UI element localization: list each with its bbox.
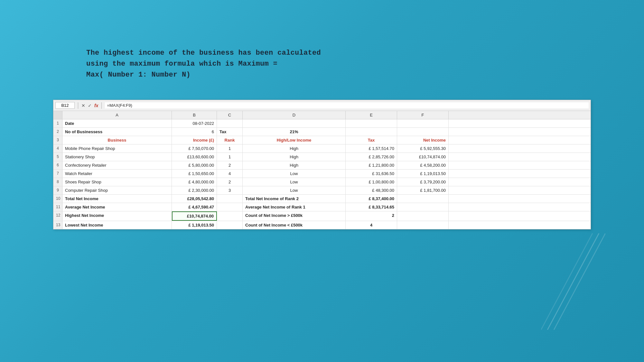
row-num: 10 — [53, 195, 62, 203]
cell-d13: Count of Net Income < £500k — [243, 221, 346, 229]
cell-b8: £ 4,80,000.00 — [172, 178, 217, 186]
cell-b4: £ 7,50,070.00 — [172, 144, 217, 153]
table-row: 10 Total Net Income £28,05,542.80 Total … — [53, 195, 591, 203]
cell-f12 — [397, 211, 449, 221]
cell-c11 — [217, 203, 243, 211]
cell-b9: £ 2,30,000.00 — [172, 186, 217, 194]
cell-c10 — [217, 195, 243, 203]
svg-line-2 — [541, 233, 593, 330]
table-row: 1 Date 08-07-2022 — [53, 119, 591, 128]
table-row: 2 No of Businessess 6 Tax 21% — [53, 128, 591, 136]
cell-c8: 2 — [217, 178, 243, 186]
cell-b6: £ 5,80,000.00 — [172, 161, 217, 169]
table-row: 6 Confectionery Retailer £ 5,80,000.00 2… — [53, 161, 591, 170]
cell-f13 — [397, 221, 449, 229]
cell-c5: 1 — [217, 153, 243, 161]
cell-d12: Count of Net Income > £500k — [243, 211, 346, 221]
cell-c13 — [217, 221, 243, 229]
cell-e12: 2 — [346, 211, 397, 221]
cell-d8: Low — [243, 178, 346, 186]
cell-d5: High — [243, 153, 346, 161]
svg-line-0 — [547, 233, 599, 330]
cell-e6: £ 1,21,800.00 — [346, 161, 397, 169]
row-num: 5 — [53, 153, 62, 161]
cell-d2: 21% — [243, 128, 346, 136]
cell-b2: 6 — [172, 128, 217, 136]
cell-f8: £ 3,79,200.00 — [397, 178, 449, 186]
description-text: The highest income of the business has b… — [86, 48, 558, 80]
cell-a3: Business — [62, 136, 172, 144]
cell-a6: Confectionery Retailer — [62, 161, 172, 169]
cell-f4: £ 5,92,555.30 — [397, 144, 449, 153]
cell-a13: Lowest Net Income — [62, 221, 172, 229]
row-num: 3 — [53, 136, 62, 144]
cell-e13: 4 — [346, 221, 397, 229]
cell-d11: Average Net Income of Rank 1 — [243, 203, 346, 211]
cell-f11 — [397, 203, 449, 211]
cell-d4: High — [243, 144, 346, 153]
cell-a2: No of Businessess — [62, 128, 172, 136]
cell-d3: High/Low Income — [243, 136, 346, 144]
table-row: 3 Business Income (£) Rank High/Low Inco… — [53, 136, 591, 144]
cell-e3: Tax — [346, 136, 397, 144]
col-header-e: E — [346, 111, 397, 119]
table-row: 8 Shoes Repair Shop £ 4,80,000.00 2 Low … — [53, 178, 591, 186]
cell-e7: £ 31,636.50 — [346, 170, 397, 178]
cell-a11: Average Net Income — [62, 203, 172, 211]
cell-e2 — [346, 128, 397, 136]
cell-reference[interactable] — [55, 102, 75, 109]
formula-bar: ✕ ✓ fx — [53, 100, 591, 111]
table-row: 12 Highest Net Income £10,74,874.00 Coun… — [53, 211, 591, 221]
cell-d10: Total Net Income of Rank 2 — [243, 195, 346, 203]
cell-a1: Date — [62, 119, 172, 127]
cell-c4: 1 — [217, 144, 243, 153]
cell-c6: 2 — [217, 161, 243, 169]
cell-e9: £ 48,300.00 — [346, 186, 397, 194]
cell-f9: £ 1,81,700.00 — [397, 186, 449, 194]
cell-f7: £ 1,19,013.50 — [397, 170, 449, 178]
cell-a4: Mobile Phone Repair Shop — [62, 144, 172, 153]
row-num: 4 — [53, 144, 62, 153]
cell-d6: High — [243, 161, 346, 169]
column-headers: A B C D E F — [53, 111, 591, 119]
col-header-f: F — [397, 111, 449, 119]
cell-f10 — [397, 195, 449, 203]
col-header-c: C — [217, 111, 243, 119]
row-num: 12 — [53, 211, 62, 221]
row-num: 8 — [53, 178, 62, 186]
spreadsheet: ✕ ✓ fx A B C D E F 1 Date 08-07-2022 2 — [53, 100, 591, 229]
fx-icon: fx — [94, 103, 98, 108]
table-row: 11 Average Net Income £ 4,67,590.47 Aver… — [53, 203, 591, 211]
table-row: 9 Computer Repair Shop £ 2,30,000.00 3 L… — [53, 186, 591, 195]
cell-e5: £ 2,85,726.00 — [346, 153, 397, 161]
cell-d7: Low — [243, 170, 346, 178]
cell-b5: £13,60,600.00 — [172, 153, 217, 161]
cell-d9: Low — [243, 186, 346, 194]
formula-icons: ✕ ✓ fx — [81, 103, 98, 108]
row-num: 6 — [53, 161, 62, 169]
cell-f3: Net Income — [397, 136, 449, 144]
cell-c7: 4 — [217, 170, 243, 178]
cell-b13: £ 1,19,013.50 — [172, 221, 217, 229]
formula-input[interactable] — [105, 102, 589, 108]
cell-b11: £ 4,67,590.47 — [172, 203, 217, 211]
corner-header — [53, 111, 62, 119]
cell-e11: £ 8,33,714.65 — [346, 203, 397, 211]
cancel-icon: ✕ — [81, 103, 85, 108]
col-header-d: D — [243, 111, 346, 119]
cell-a5: Stationery Shop — [62, 153, 172, 161]
cell-e1 — [346, 119, 397, 127]
formula-bar-divider — [78, 102, 78, 109]
cell-c2: Tax — [217, 128, 243, 136]
svg-line-1 — [554, 233, 605, 330]
cell-e4: £ 1,57,514.70 — [346, 144, 397, 153]
cell-a8: Shoes Repair Shop — [62, 178, 172, 186]
row-num: 11 — [53, 203, 62, 211]
table-row: 4 Mobile Phone Repair Shop £ 7,50,070.00… — [53, 144, 591, 153]
table-row: 13 Lowest Net Income £ 1,19,013.50 Count… — [53, 221, 591, 229]
table-row: 5 Stationery Shop £13,60,600.00 1 High £… — [53, 153, 591, 161]
cell-e10: £ 8,37,400.00 — [346, 195, 397, 203]
cell-b12: £10,74,874.00 — [172, 211, 217, 221]
cell-a9: Computer Repair Shop — [62, 186, 172, 194]
cell-f6: £ 4,58,200.00 — [397, 161, 449, 169]
